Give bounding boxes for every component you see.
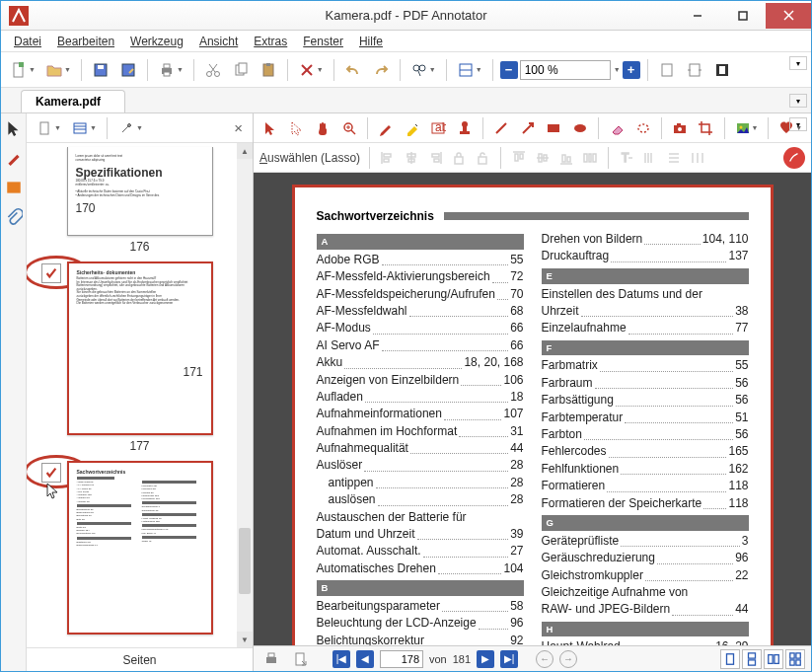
tool-crop[interactable]	[695, 116, 717, 140]
maximize-button[interactable]	[720, 3, 766, 29]
last-page-button[interactable]: ▶|	[500, 650, 518, 668]
prev-page-button[interactable]: ◀	[356, 650, 374, 668]
sidebar-settings-button[interactable]: ▼	[114, 116, 146, 140]
cut-button[interactable]	[201, 58, 225, 82]
document-viewport[interactable]: Sachwortverzeichnis AAdobe RGB55AF-Messf…	[254, 173, 811, 645]
next-page-button[interactable]: ▶	[477, 650, 494, 668]
annotation-toolbar-overflow[interactable]: ▾	[789, 117, 807, 131]
layout-button[interactable]: ▼	[454, 58, 485, 82]
first-page-button[interactable]: |◀	[332, 650, 350, 668]
save-as-button[interactable]	[116, 58, 140, 82]
tool-pan[interactable]	[312, 116, 334, 140]
annotation-toolbar: ab ▼ ▼ ▾	[254, 113, 811, 143]
delete-annotation-button[interactable]: ▼	[295, 58, 327, 82]
menu-file[interactable]: Datei	[7, 33, 48, 50]
zoom-field[interactable]	[520, 60, 611, 80]
document-tab[interactable]: Kamera.pdf	[21, 90, 125, 112]
page-number-field[interactable]	[380, 650, 423, 668]
save-button[interactable]	[89, 58, 112, 82]
svg-rect-29	[719, 66, 725, 74]
fullscreen-button[interactable]	[710, 58, 734, 82]
spacing-c-icon[interactable]	[665, 149, 683, 167]
spacing-a-icon[interactable]: T	[618, 149, 635, 167]
view-single-button[interactable]	[720, 649, 740, 669]
svg-rect-75	[589, 154, 591, 162]
zoom-dropdown[interactable]: ▼	[614, 66, 621, 73]
thumbnail-page-177[interactable]: Sicherheits- dokumentenBatterien und Akk…	[67, 261, 213, 435]
tool-text[interactable]: ab	[427, 116, 450, 140]
distribute-h-icon[interactable]	[581, 149, 599, 167]
print-button[interactable]: ▼	[155, 58, 186, 82]
rail-attach-icon[interactable]	[5, 208, 23, 226]
align-left-icon[interactable]	[379, 149, 397, 167]
tabs-overflow[interactable]: ▾	[789, 94, 807, 108]
tool-select[interactable]	[259, 116, 282, 140]
sidebar-scrollbar[interactable]: ▲ ▼	[237, 143, 253, 647]
fit-page-button[interactable]	[655, 58, 679, 82]
menu-edit[interactable]: Bearbeiten	[50, 33, 121, 50]
align-top-icon[interactable]	[510, 149, 528, 167]
lock-icon[interactable]	[450, 149, 468, 167]
copy-button[interactable]	[229, 58, 253, 82]
tool-zoom[interactable]	[338, 116, 361, 140]
tool-lasso-erase[interactable]	[631, 116, 654, 140]
tool-pen[interactable]	[375, 116, 398, 140]
rail-note-icon[interactable]	[5, 179, 23, 196]
tool-highlighter[interactable]	[401, 116, 423, 140]
svg-rect-67	[520, 154, 523, 159]
zoom-in-button[interactable]: +	[623, 61, 640, 79]
nav-forward-button[interactable]: →	[559, 650, 577, 668]
nav-back-button[interactable]: ←	[536, 650, 554, 668]
tool-image[interactable]: ▼	[732, 116, 762, 140]
view-two-cont-button[interactable]	[785, 649, 805, 669]
tool-line[interactable]	[490, 116, 513, 140]
view-two-page-button[interactable]	[764, 649, 783, 669]
undo-button[interactable]	[341, 58, 365, 82]
tool-stamp[interactable]	[453, 116, 476, 140]
thumbnail-page-176[interactable]: Lorem ipsum dolor sit amet text textcons…	[67, 147, 213, 236]
rail-cursor-icon[interactable]	[5, 119, 23, 137]
svg-text:ab: ab	[435, 120, 446, 134]
new-button[interactable]: ▼	[7, 58, 38, 82]
align-bottom-icon[interactable]	[557, 149, 575, 167]
open-button[interactable]: ▼	[42, 58, 74, 82]
menu-help[interactable]: Hilfe	[352, 33, 390, 50]
spacing-b-icon[interactable]	[641, 149, 659, 167]
unlock-icon[interactable]	[474, 149, 491, 167]
minimize-button[interactable]	[675, 3, 720, 29]
tool-snapshot[interactable]	[669, 116, 692, 140]
sidebar-page-button[interactable]: ▼	[33, 116, 64, 140]
page-content: Sachwortverzeichnis AAdobe RGB55AF-Messf…	[292, 185, 774, 645]
menu-tool[interactable]: Werkzeug	[123, 33, 190, 50]
tool-lasso[interactable]	[286, 116, 309, 140]
menu-view[interactable]: Ansicht	[192, 33, 245, 50]
fit-width-button[interactable]	[683, 58, 706, 82]
sidebar-close-button[interactable]: ×	[230, 119, 247, 136]
thumbnail-list[interactable]: Lorem ipsum dolor sit amet text textcons…	[27, 143, 253, 647]
tool-rectangle[interactable]	[543, 116, 565, 140]
menu-extras[interactable]: Extras	[247, 33, 294, 50]
tool-arrow[interactable]	[516, 116, 539, 140]
sidebar-bookmarks-button[interactable]: ▼	[68, 116, 100, 140]
print-page-button[interactable]	[259, 647, 283, 671]
menu-window[interactable]: Fenster	[296, 33, 350, 50]
toolbar-overflow[interactable]: ▾	[789, 56, 807, 70]
export-page-button[interactable]	[289, 647, 313, 671]
tool-eraser[interactable]	[606, 116, 628, 140]
close-button[interactable]	[766, 3, 811, 29]
rail-pen-icon[interactable]	[5, 149, 23, 167]
quick-pen-button[interactable]	[783, 147, 805, 169]
spacing-d-icon[interactable]	[689, 149, 706, 167]
align-middle-icon[interactable]	[534, 149, 552, 167]
thumbnail-page-178[interactable]: SachwortverzeichnisAdobe RGB 55AF-Messfe…	[67, 461, 213, 635]
paste-button[interactable]	[257, 58, 280, 82]
zoom-out-button[interactable]: −	[500, 61, 518, 79]
svg-line-44	[496, 123, 506, 133]
view-continuous-button[interactable]	[742, 649, 762, 669]
align-right-icon[interactable]	[426, 149, 444, 167]
redo-button[interactable]	[369, 58, 393, 82]
align-center-h-icon[interactable]	[403, 149, 420, 167]
find-button[interactable]: ▼	[407, 58, 439, 82]
tool-ellipse[interactable]	[568, 116, 591, 140]
sidebar-footer: Seiten	[27, 647, 253, 671]
